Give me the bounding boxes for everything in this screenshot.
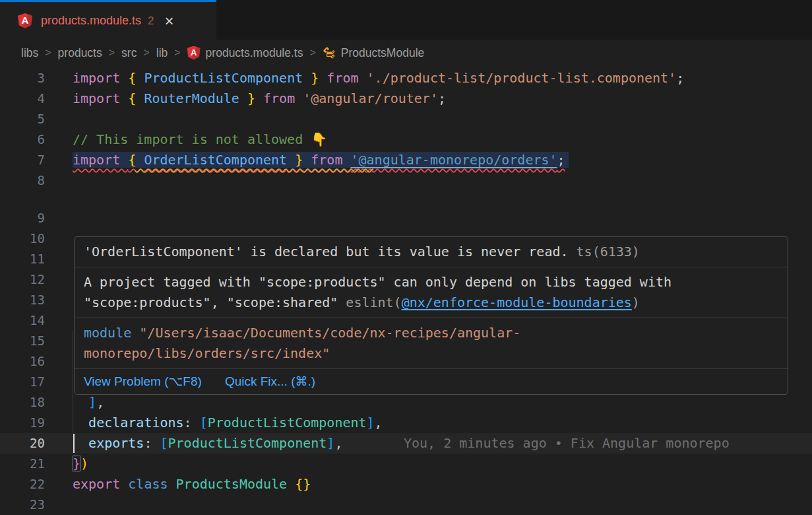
symbol-class-icon xyxy=(323,46,336,59)
line-content xyxy=(73,170,812,191)
indent-guide-icon xyxy=(73,351,73,372)
line-number-20[interactable]: 20 xyxy=(0,433,45,454)
module-keyword: module xyxy=(84,325,131,341)
code-token: class xyxy=(128,476,175,492)
error-message: 'OrderListComponent' is declared but its… xyxy=(84,244,569,259)
code-token xyxy=(73,435,88,451)
code-token: '@angular-monorepo/orders' xyxy=(350,152,557,168)
code-token: } xyxy=(73,456,80,471)
warning-squiggle-icon xyxy=(135,150,373,170)
code-line-20[interactable]: 20 exports: [ProductListComponent],You, … xyxy=(0,433,812,454)
line-number-9[interactable]: 9 xyxy=(0,208,45,228)
code-token: , xyxy=(375,415,383,430)
quick-fix-button[interactable]: Quick Fix... (⌘.) xyxy=(225,372,315,390)
line-number-22[interactable]: 22 xyxy=(0,474,45,495)
code-token: ProductListComponent xyxy=(208,415,367,430)
line-number-6[interactable]: 6 xyxy=(0,129,45,150)
breadcrumb-item-src[interactable]: src xyxy=(121,46,137,60)
code-token: exports xyxy=(88,435,144,451)
line-number-10[interactable]: 10 xyxy=(0,228,45,249)
chevron-right-icon: > xyxy=(109,47,115,59)
breadcrumb-item-file[interactable]: products.module.ts xyxy=(206,46,303,60)
code-line-8[interactable]: 8 xyxy=(0,170,812,191)
indent-guide-icon xyxy=(73,413,73,433)
angular-file-icon xyxy=(18,13,32,28)
code-token: } xyxy=(303,70,319,86)
line-number-4[interactable]: 4 xyxy=(0,88,45,109)
code-line-6[interactable]: 6// This import is not allowed 👇 xyxy=(0,129,812,150)
breadcrumb-item-lib[interactable]: lib xyxy=(156,46,168,60)
code-token: ] xyxy=(327,435,334,451)
eslint-rule-link[interactable]: @nx/enforce-module-boundaries xyxy=(402,294,632,310)
code-token: [ xyxy=(200,415,208,430)
line-content: ], xyxy=(73,392,812,413)
code-token: ) xyxy=(80,456,88,471)
chevron-right-icon: > xyxy=(143,47,149,59)
code-token: ] xyxy=(88,394,96,410)
line-number-13[interactable]: 13 xyxy=(0,290,45,310)
code-line-9[interactable]: 9 xyxy=(0,208,812,228)
vscode-window: products.module.ts 2 × libs > products >… xyxy=(0,0,812,515)
line-number-16[interactable]: 16 xyxy=(0,351,45,372)
code-line-22[interactable]: 22export class ProductsModule {} xyxy=(0,474,812,495)
line-number-21[interactable]: 21 xyxy=(0,454,45,474)
hover-actions: View Problem (⌥F8) Quick Fix... (⌘.) xyxy=(75,369,788,394)
code-token: [ xyxy=(160,435,168,451)
line-content: export class ProductsModule {} xyxy=(73,474,812,495)
code-token: // This import is not allowed xyxy=(73,131,311,147)
code-token: ] xyxy=(367,415,375,430)
tab-title: products.module.ts xyxy=(41,14,141,28)
code-token: './product-list/product-list.component' xyxy=(367,70,677,86)
code-line-19[interactable]: 19 declarations: [ProductListComponent], xyxy=(0,413,812,433)
view-problem-button[interactable]: View Problem (⌥F8) xyxy=(84,372,202,390)
hover-ts-error: 'OrderListComponent' is declared but its… xyxy=(75,237,788,267)
chevron-right-icon: > xyxy=(174,47,180,59)
line-number-12[interactable]: 12 xyxy=(0,269,45,290)
eslint-source-open: eslint( xyxy=(346,294,401,310)
code-editor[interactable]: 3import { ProductListComponent } from '.… xyxy=(0,66,812,515)
code-line-23[interactable]: 23 xyxy=(0,495,812,515)
line-number-7[interactable]: 7 xyxy=(0,150,45,170)
breadcrumb-item-symbol[interactable]: ProductsModule xyxy=(341,46,424,60)
code-token: : xyxy=(144,435,160,451)
line-number-17[interactable]: 17 xyxy=(0,372,45,392)
code-token: { xyxy=(128,70,144,86)
code-token: import xyxy=(73,70,128,86)
line-number-15[interactable]: 15 xyxy=(0,331,45,351)
breadcrumb-item-products[interactable]: products xyxy=(58,46,102,60)
text-cursor xyxy=(73,434,75,453)
indent-guide-icon xyxy=(73,372,73,392)
code-token: ProductListComponent xyxy=(144,70,303,86)
tab-products-module[interactable]: products.module.ts 2 × xyxy=(0,0,216,40)
code-line-7[interactable]: 7import { OrderListComponent } from '@an… xyxy=(0,150,812,170)
error-source: ts(6133) xyxy=(577,244,640,259)
code-line-3[interactable]: 3import { ProductListComponent } from '.… xyxy=(0,68,812,88)
code-token: , xyxy=(334,435,342,451)
code-token: ; xyxy=(557,152,565,168)
line-number-3[interactable]: 3 xyxy=(0,68,45,88)
line-number-8[interactable]: 8 xyxy=(0,170,45,191)
breadcrumb-item-libs[interactable]: libs xyxy=(21,46,38,60)
code-line-21[interactable]: 21}) xyxy=(0,454,812,474)
hover-eslint-error: A project tagged with "scope:products" c… xyxy=(75,267,788,318)
code-token: export xyxy=(73,476,128,492)
line-number-18[interactable]: 18 xyxy=(0,392,45,413)
tab-problem-count-badge: 2 xyxy=(148,15,154,28)
chevron-right-icon: > xyxy=(45,47,51,59)
code-token: , xyxy=(96,394,104,410)
line-number-14[interactable]: 14 xyxy=(0,310,45,331)
close-icon[interactable]: × xyxy=(165,13,174,29)
code-line-18[interactable]: 18 ], xyxy=(0,392,812,413)
git-blame-annotation: You, 2 minutes ago • Fix Angular monorep… xyxy=(404,433,730,454)
line-number-23[interactable]: 23 xyxy=(0,495,45,515)
line-number-11[interactable]: 11 xyxy=(0,249,45,269)
module-path-line1: "/Users/isaac/Documents/code/nx-recipes/… xyxy=(139,325,520,341)
angular-file-icon xyxy=(187,46,201,60)
line-content xyxy=(73,109,812,129)
code-line-4[interactable]: 4import { RouterModule } from '@angular/… xyxy=(0,88,812,109)
code-token: } xyxy=(239,90,255,106)
line-number-5[interactable]: 5 xyxy=(0,109,45,129)
line-number-19[interactable]: 19 xyxy=(0,413,45,433)
code-token: RouterModule xyxy=(144,90,239,106)
code-line-5[interactable]: 5 xyxy=(0,109,812,129)
